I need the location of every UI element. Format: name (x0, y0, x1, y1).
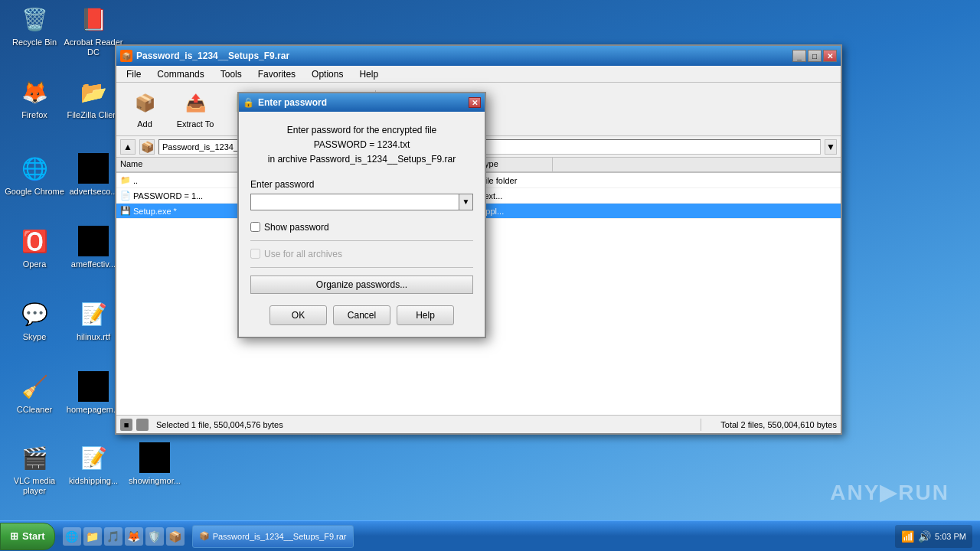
ok-button[interactable]: OK (270, 305, 327, 325)
dialog-message-line1: Enter password for the encrypted file (250, 123, 473, 138)
dialog-separator2 (250, 267, 473, 268)
cancel-button[interactable]: Cancel (333, 305, 390, 325)
use-for-all-checkbox[interactable] (250, 249, 260, 259)
dialog-title-area: 🔒 Enter password (243, 97, 327, 108)
password-input-row: ▼ (250, 194, 473, 210)
dialog-icon: 🔒 (243, 97, 254, 108)
dialog-message: Enter password for the encrypted file PA… (250, 123, 473, 168)
password-dialog: 🔒 Enter password ✕ Enter password for th… (237, 92, 486, 338)
dialog-body: Enter password for the encrypted file PA… (239, 112, 485, 337)
desktop: 🗑️ Recycle Bin 📕 Acrobat Reader DC 🦊 Fir… (0, 0, 980, 551)
dialog-buttons: OK Cancel Help (250, 305, 473, 325)
show-password-row: Show password (250, 222, 473, 233)
help-button[interactable]: Help (397, 305, 454, 325)
dialog-title-text: Enter password (258, 97, 327, 108)
use-for-all-row: Use for all archives (250, 249, 473, 259)
show-password-checkbox[interactable] (250, 222, 260, 232)
show-password-label: Show password (264, 222, 329, 233)
dialog-message-line2: PASSWORD = 1234.txt (250, 138, 473, 152)
dialog-overlay: 🔒 Enter password ✕ Enter password for th… (0, 0, 980, 551)
password-field-label: Enter password (250, 179, 473, 190)
password-dropdown-button[interactable]: ▼ (459, 194, 473, 210)
dialog-titlebar: 🔒 Enter password ✕ (239, 93, 485, 112)
dialog-message-line3: in archive Password_is_1234__Setups_F9.r… (250, 152, 473, 167)
dialog-separator (250, 240, 473, 241)
dialog-close-button[interactable]: ✕ (469, 97, 481, 108)
password-input[interactable] (250, 194, 459, 210)
use-for-all-label: Use for all archives (264, 249, 342, 259)
organize-passwords-button[interactable]: Organize passwords... (250, 276, 473, 294)
